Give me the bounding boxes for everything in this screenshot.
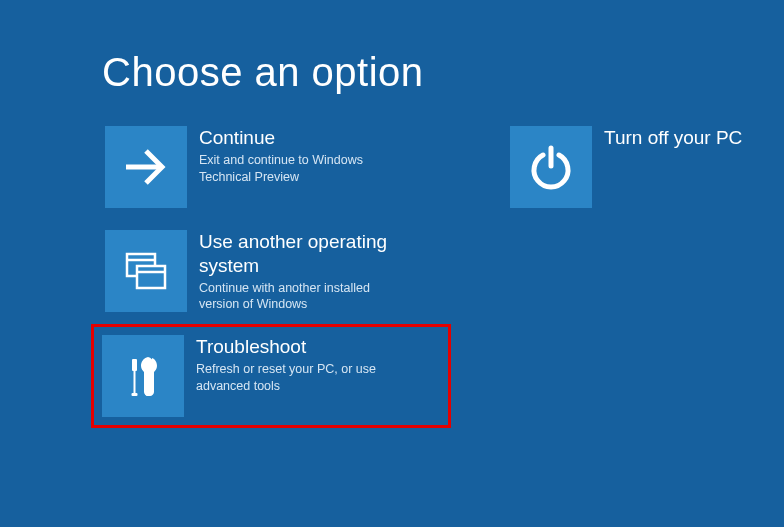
continue-desc: Exit and continue to Windows Technical P…	[199, 152, 409, 186]
use-another-os-title: Use another operating system	[199, 230, 409, 278]
arrow-right-icon	[105, 126, 187, 208]
options-grid: Continue Exit and continue to Windows Te…	[102, 123, 784, 428]
svg-rect-6	[134, 371, 136, 393]
use-another-os-desc: Continue with another installed version …	[199, 280, 409, 314]
continue-title: Continue	[199, 126, 409, 150]
troubleshoot-desc: Refresh or reset your PC, or use advance…	[196, 361, 406, 395]
turn-off-option[interactable]: Turn off your PC	[507, 123, 784, 211]
svg-rect-3	[137, 266, 165, 288]
options-column-left: Continue Exit and continue to Windows Te…	[102, 123, 451, 428]
use-another-os-option[interactable]: Use another operating system Continue wi…	[102, 227, 414, 316]
options-column-right: Turn off your PC	[507, 123, 784, 428]
troubleshoot-title: Troubleshoot	[196, 335, 406, 359]
troubleshoot-option[interactable]: Troubleshoot Refresh or reset your PC, o…	[91, 324, 451, 428]
page-title: Choose an option	[102, 50, 784, 95]
turn-off-title: Turn off your PC	[604, 126, 742, 150]
tools-icon	[102, 335, 184, 417]
power-icon	[510, 126, 592, 208]
continue-option[interactable]: Continue Exit and continue to Windows Te…	[102, 123, 414, 211]
svg-rect-7	[132, 393, 138, 396]
svg-rect-5	[132, 359, 137, 371]
windows-stack-icon	[105, 230, 187, 312]
